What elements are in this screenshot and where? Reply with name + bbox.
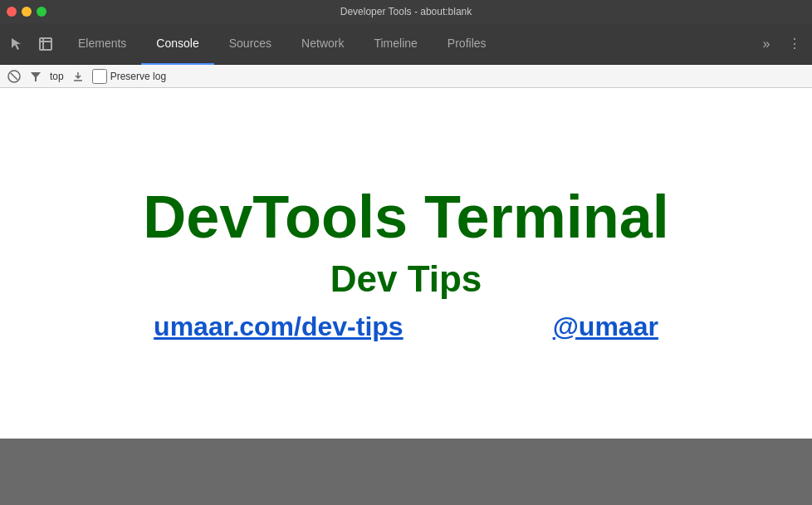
links-row: umaar.com/dev-tips @umaar	[154, 311, 658, 342]
svg-marker-3	[31, 72, 41, 81]
filter-icon[interactable]	[28, 69, 43, 84]
headline: DevTools Terminal	[143, 184, 668, 250]
cursor-icon[interactable]	[5, 32, 30, 56]
toolbar: Elements Console Sources Network Timelin…	[0, 23, 812, 65]
tab-elements[interactable]: Elements	[63, 23, 141, 65]
context-selector[interactable]: top	[50, 71, 64, 82]
bottom-bar	[0, 439, 812, 505]
minimize-button[interactable]	[22, 7, 32, 17]
tab-network[interactable]: Network	[286, 23, 359, 65]
toolbar-right: » ⋮	[754, 32, 807, 56]
clear-console-icon[interactable]	[7, 69, 22, 84]
toolbar-left-icons	[5, 32, 58, 56]
svg-line-2	[11, 73, 17, 80]
settings-button[interactable]: ⋮	[782, 32, 807, 56]
main-content: DevTools Terminal Dev Tips umaar.com/dev…	[0, 88, 812, 439]
close-button[interactable]	[7, 7, 17, 17]
preserve-log-label: Preserve log	[110, 71, 166, 82]
maximize-button[interactable]	[37, 7, 46, 17]
inspect-icon[interactable]	[33, 32, 58, 56]
window-title: Developer Tools - about:blank	[340, 6, 472, 17]
more-tabs-button[interactable]: »	[754, 32, 779, 56]
console-toolbar: top Preserve log	[0, 65, 812, 88]
tab-sources[interactable]: Sources	[214, 23, 286, 65]
svg-rect-0	[40, 38, 51, 50]
title-bar: Developer Tools - about:blank	[0, 0, 812, 23]
preserve-log-checkbox[interactable]	[92, 69, 107, 84]
tab-timeline[interactable]: Timeline	[359, 23, 432, 65]
traffic-lights	[7, 7, 46, 17]
tab-console[interactable]: Console	[141, 23, 213, 65]
tab-profiles[interactable]: Profiles	[433, 23, 501, 65]
nav-tabs: Elements Console Sources Network Timelin…	[63, 23, 754, 65]
subtitle: Dev Tips	[330, 258, 482, 300]
download-icon[interactable]	[71, 69, 86, 84]
twitter-link[interactable]: @umaar	[553, 311, 658, 342]
preserve-log-area[interactable]: Preserve log	[92, 69, 166, 84]
website-link[interactable]: umaar.com/dev-tips	[154, 311, 404, 342]
